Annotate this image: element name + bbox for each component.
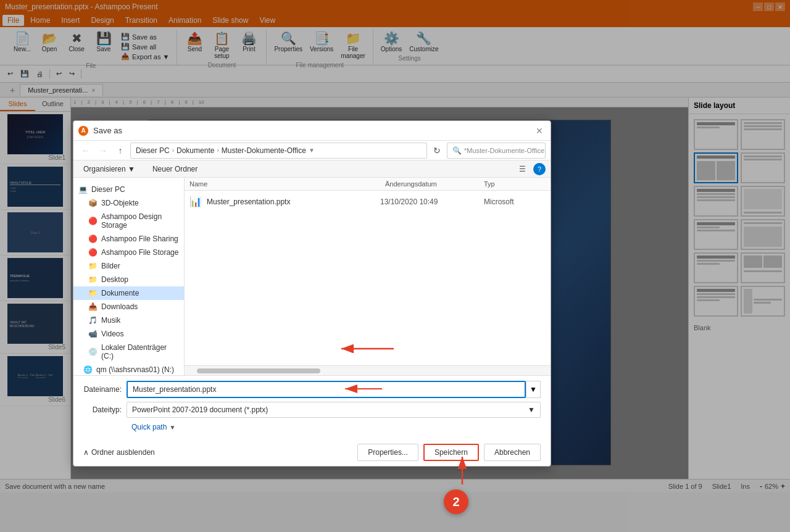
arrow-1-svg <box>339 383 388 395</box>
file-name-1: Muster_presentation.pptx <box>207 197 375 206</box>
network-drive-icon: 🌐 <box>83 365 93 374</box>
forward-btn[interactable]: → <box>96 143 110 158</box>
dialog-overlay: A Save as ✕ ← → ↑ Dieser PC › Dokumente … <box>0 0 790 532</box>
filetype-value: PowerPoint 2007-2019 document (*.pptx) <box>132 405 268 414</box>
col-date[interactable]: Änderungsdatum <box>385 180 484 188</box>
search-input[interactable] <box>464 147 544 154</box>
sidebar-item-label: Lokaler Datenträger (C:) <box>101 343 179 360</box>
dialog-sidebar: 💻 Dieser PC 📦 3D-Objekte 🔴 Ashampoo Desi… <box>73 178 185 375</box>
sidebar-item-label: Downloads <box>101 302 138 311</box>
sidebar-item-dokumente[interactable]: 📁 Dokumente <box>73 286 184 300</box>
sidebar-item-label: Ashampoo Design Storage <box>101 212 179 230</box>
organize-btn[interactable]: Organisieren ▼ <box>78 164 140 175</box>
dialog-icon-symbol: A <box>81 127 85 134</box>
refresh-btn[interactable]: ↻ <box>430 143 444 158</box>
breadcrumb-bar: Dieser PC › Dokumente › Muster-Dokumente… <box>130 143 427 159</box>
pc-icon: 💻 <box>78 185 88 194</box>
horizontal-scrollbar[interactable] <box>185 365 551 375</box>
save-as-dialog: A Save as ✕ ← → ↑ Dieser PC › Dokumente … <box>73 120 551 467</box>
drive-c-icon: 💿 <box>88 347 98 356</box>
filename-dropdown-btn[interactable]: ▼ <box>526 381 541 398</box>
sidebar-item-label: Desktop <box>101 275 128 284</box>
sidebar-item-videos[interactable]: 📹 Videos <box>73 327 184 341</box>
back-btn[interactable]: ← <box>78 143 93 158</box>
file-item-1[interactable]: 📊 Muster_presentation.pptx 13/10/2020 10… <box>185 193 551 210</box>
sidebar-item-3d-objekte[interactable]: 📦 3D-Objekte <box>73 196 184 210</box>
sidebar-item-lokaler[interactable]: 💿 Lokaler Datenträger (C:) <box>73 341 184 363</box>
filename-row: Dateiname: ▼ <box>83 381 541 398</box>
sidebar-item-dieser-pc[interactable]: 💻 Dieser PC <box>73 183 184 196</box>
toggle-icon: ∧ <box>83 448 89 457</box>
toggle-label: Ordner ausblenden <box>91 448 155 457</box>
breadcrumb-arrow-1: › <box>172 147 174 154</box>
cancel-dialog-btn[interactable]: Abbrechen <box>484 444 541 461</box>
sidebar-item-ashampoo-design[interactable]: 🔴 Ashampoo Design Storage <box>73 210 184 232</box>
sidebar-item-label: Musik <box>101 316 120 325</box>
sidebar-item-label: Ashampoo File Storage <box>101 248 178 257</box>
folder-3d-icon: 📦 <box>88 199 98 207</box>
folder-bilder-icon: 📁 <box>88 262 98 270</box>
quickpath-btn[interactable]: Quick path ▼ <box>131 423 175 431</box>
sidebar-item-label: qm (\\ashsrvnas01) (N:) <box>96 365 174 374</box>
up-btn[interactable]: ↑ <box>113 143 128 158</box>
breadcrumb-current: Muster-Dokumente-Office <box>222 146 306 155</box>
breadcrumb-item-pc[interactable]: Dieser PC <box>136 146 170 155</box>
filetype-label: Dateityp: <box>83 405 127 414</box>
arrow-2-line <box>453 454 472 491</box>
file-header: Name Änderungsdatum Typ <box>185 178 551 191</box>
sidebar-item-label: Dieser PC <box>91 185 125 194</box>
folder-storage-icon: 🔴 <box>88 248 98 257</box>
quickpath-label: Quick path <box>131 423 167 431</box>
sidebar-item-label: Ashampoo File Sharing <box>101 235 178 243</box>
col-name[interactable]: Name <box>189 180 385 188</box>
new-folder-btn[interactable]: Neuer Ordner <box>148 164 202 175</box>
view-toggle-btn[interactable]: ☰ <box>519 165 526 173</box>
properties-dialog-btn[interactable]: Properties... <box>357 444 418 461</box>
sidebar-item-ashampoo-sharing[interactable]: 🔴 Ashampoo File Sharing <box>73 232 184 246</box>
dialog-close-btn[interactable]: ✕ <box>533 125 546 137</box>
organize-bar: Organisieren ▼ Neuer Ordner ☰ ? <box>73 160 551 178</box>
dialog-title: Save as <box>93 126 533 135</box>
sidebar-item-qm[interactable]: 🌐 qm (\\ashsrvnas01) (N:) <box>73 363 184 375</box>
sidebar-item-label: 3D-Objekte <box>101 199 139 207</box>
search-icon: 🔍 <box>452 146 462 155</box>
filetype-select[interactable]: PowerPoint 2007-2019 document (*.pptx) ▼ <box>127 402 541 418</box>
breadcrumb-chevron[interactable]: ▼ <box>309 147 315 154</box>
sidebar-item-label: Dokumente <box>101 289 139 297</box>
quickpath-dropdown-icon: ▼ <box>169 424 175 431</box>
dialog-content: 💻 Dieser PC 📦 3D-Objekte 🔴 Ashampoo Desi… <box>73 178 551 375</box>
help-btn[interactable]: ? <box>533 163 546 175</box>
filename-label: Dateiname: <box>83 385 127 394</box>
folder-downloads-icon: 📥 <box>88 302 98 311</box>
sidebar-item-downloads[interactable]: 📥 Downloads <box>73 300 184 314</box>
col-type[interactable]: Typ <box>484 180 546 188</box>
search-box: 🔍 <box>447 143 546 159</box>
file-type-1: Microsoft <box>484 197 546 206</box>
dialog-icon: A <box>78 126 88 136</box>
breadcrumb-item-dokumente[interactable]: Dokumente <box>177 146 214 155</box>
sidebar-item-ashampoo-storage[interactable]: 🔴 Ashampoo File Storage <box>73 246 184 259</box>
dialog-actions: ∧ Ordner ausblenden Properties... Speich… <box>73 441 551 466</box>
sidebar-item-bilder[interactable]: 📁 Bilder <box>73 259 184 273</box>
folder-videos-icon: 📹 <box>88 330 98 338</box>
folder-desktop-icon: 📁 <box>88 275 98 284</box>
dialog-toolbar: ← → ↑ Dieser PC › Dokumente › Muster-Dok… <box>73 141 551 160</box>
filename-input[interactable] <box>127 381 526 398</box>
folder-toggle-btn[interactable]: ∧ Ordner ausblenden <box>83 448 155 457</box>
folder-sharing-icon: 🔴 <box>88 235 98 243</box>
dialog-bottom-form: Dateiname: ▼ Dateityp: PowerPoint 2007- <box>73 375 551 441</box>
folder-dokumente-icon: 📁 <box>88 289 98 297</box>
sidebar-item-desktop[interactable]: 📁 Desktop <box>73 273 184 286</box>
sidebar-item-label: Videos <box>101 330 123 338</box>
sidebar-item-label: Bilder <box>101 262 120 270</box>
breadcrumb-arrow-2: › <box>217 147 218 154</box>
pptx-file-icon: 📊 <box>189 196 202 207</box>
sidebar-item-musik[interactable]: 🎵 Musik <box>73 314 184 327</box>
action-buttons: Properties... Speichern Abbrechen <box>357 444 541 461</box>
dialog-titlebar: A Save as ✕ <box>73 121 551 141</box>
folder-design-icon: 🔴 <box>88 217 98 225</box>
file-date-1: 13/10/2020 10:49 <box>380 197 479 206</box>
quickpath-row: Quick path ▼ <box>83 423 541 431</box>
filetype-dropdown-icon: ▼ <box>528 405 535 414</box>
filetype-row: Dateityp: PowerPoint 2007-2019 document … <box>83 402 541 418</box>
